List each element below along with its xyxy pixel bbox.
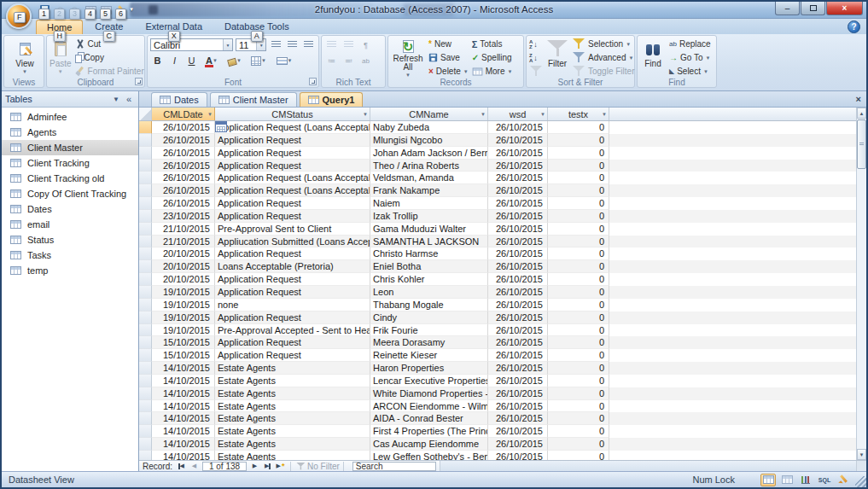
sidebar-item-tasks[interactable]: Tasks (2, 247, 138, 263)
table-cell[interactable]: Lencar Executive Properties - Le (370, 375, 488, 387)
table-cell[interactable]: 26/10/2015 (488, 260, 548, 273)
table-cell[interactable]: Frank Nakampe (370, 184, 488, 197)
increase-indent-button[interactable] (341, 38, 356, 51)
table-cell[interactable]: 20/10/2015 (152, 273, 215, 286)
table-cell[interactable]: Gama Mduduzi Walter (370, 223, 488, 236)
paste-button[interactable]: Paste ▼ (50, 38, 72, 78)
chevron-down-icon[interactable]: ▼ (207, 112, 213, 117)
pivottable-view-button[interactable] (779, 474, 795, 486)
close-tab-icon[interactable]: × (856, 94, 861, 104)
row-selector[interactable] (139, 273, 152, 286)
table-cell[interactable]: 26/10/2015 (488, 160, 548, 172)
table-cell[interactable]: 14/10/2015 (152, 362, 215, 375)
table-cell[interactable]: 14/10/2015 (152, 438, 215, 451)
document-tab-client-master[interactable]: Client Master (210, 92, 297, 107)
date-picker-icon[interactable] (215, 121, 227, 132)
next-record-button[interactable]: ▶ (248, 462, 261, 471)
table-cell[interactable]: Application Request (215, 311, 370, 324)
table-cell[interactable]: 0 (548, 387, 609, 400)
table-cell[interactable]: 26/10/2015 (152, 121, 215, 134)
search-input[interactable] (352, 462, 436, 471)
table-cell[interactable]: 15/10/2015 (152, 349, 215, 362)
table-cell[interactable]: 20/10/2015 (152, 247, 215, 260)
table-cell[interactable]: 0 (548, 184, 609, 197)
row-selector[interactable] (139, 387, 152, 400)
table-cell[interactable]: 26/10/2015 (488, 147, 548, 160)
column-header-cmname[interactable]: CMName▼ (370, 108, 488, 120)
clipboard-dialog-launcher[interactable] (135, 78, 143, 85)
sidebar-item-temp[interactable]: temp (2, 263, 138, 278)
table-cell[interactable]: Estate Agents (215, 412, 370, 425)
table-cell[interactable]: Frik Fourie (370, 324, 488, 337)
font-name-combo[interactable]: Calibri ▼ (150, 38, 233, 51)
text-direction-button[interactable]: ¶ (358, 38, 373, 51)
table-cell[interactable]: 19/10/2015 (152, 311, 215, 324)
table-cell[interactable]: 0 (548, 273, 609, 286)
format-painter-button[interactable]: Format Painter (75, 65, 144, 78)
table-cell[interactable]: 0 (548, 400, 609, 413)
table-cell[interactable]: 26/10/2015 (488, 387, 548, 400)
table-cell[interactable]: First 4 Properties (The Principal) (370, 425, 488, 438)
table-cell[interactable]: 26/10/2015 (488, 184, 548, 197)
table-cell[interactable]: 0 (548, 134, 609, 147)
tab-create[interactable]: CreateC (84, 20, 133, 34)
table-cell[interactable]: Mlungisi Ngcobo (370, 134, 488, 147)
table-cell[interactable]: Reinette Kieser (370, 349, 488, 362)
table-cell[interactable]: Loans Acceptable (Pretoria) (215, 260, 370, 273)
document-tab-dates[interactable]: Dates (151, 92, 207, 107)
row-selector[interactable] (139, 451, 152, 460)
table-cell[interactable]: 26/10/2015 (488, 197, 548, 210)
chevron-down-icon[interactable]: ▼ (363, 112, 368, 117)
first-record-button[interactable]: ◀ (175, 462, 188, 471)
table-cell[interactable]: Application Request (215, 134, 370, 147)
table-cell[interactable]: 26/10/2015 (488, 412, 548, 425)
previous-record-button[interactable]: ◀ (188, 462, 201, 471)
underline-button[interactable]: U (184, 55, 199, 67)
table-cell[interactable]: 26/10/2015 (488, 400, 548, 413)
row-selector[interactable] (139, 324, 152, 337)
table-cell[interactable]: Cindy (370, 311, 488, 324)
qat-table-button[interactable]: 4 (84, 3, 97, 16)
row-selector[interactable] (139, 197, 152, 210)
document-tab-query1[interactable]: Query1 (300, 92, 364, 107)
row-selector[interactable] (139, 134, 152, 147)
scrollbar-thumb[interactable] (857, 119, 866, 169)
column-header-cmldate[interactable]: CMLDate▼ (152, 108, 215, 120)
table-cell[interactable]: 26/10/2015 (488, 247, 548, 260)
maximize-button[interactable] (801, 2, 825, 15)
table-cell[interactable]: Pre-Approval Accepted - Sent to Head (215, 324, 370, 337)
align-center-button[interactable] (286, 38, 300, 51)
spelling-button[interactable]: ✓Spelling (472, 51, 513, 64)
row-selector[interactable] (139, 336, 152, 349)
help-button[interactable]: ? (848, 20, 860, 33)
table-cell[interactable]: 0 (548, 160, 609, 172)
table-cell[interactable]: 0 (548, 260, 609, 273)
table-cell[interactable]: 26/10/2015 (488, 172, 548, 184)
table-cell[interactable]: Estate Agents (215, 425, 370, 438)
table-cell[interactable]: Application Request (215, 197, 370, 210)
table-cell[interactable]: 0 (548, 210, 609, 223)
table-cell[interactable]: 0 (548, 425, 609, 438)
table-cell[interactable]: 0 (548, 362, 609, 375)
column-header-testx[interactable]: testx▼ (548, 108, 609, 120)
tab-database-tools[interactable]: Database ToolsA (214, 20, 300, 34)
save-record-button[interactable]: Save (428, 51, 469, 64)
table-cell[interactable]: 0 (548, 324, 609, 337)
table-cell[interactable]: White Diamond Properties - Zer (370, 387, 488, 400)
table-cell[interactable]: 0 (548, 121, 609, 134)
table-cell[interactable]: Meera Dorasamy (370, 336, 488, 349)
italic-button[interactable]: I (167, 55, 182, 67)
table-cell[interactable]: 26/10/2015 (488, 121, 548, 134)
table-cell[interactable]: 26/10/2015 (152, 134, 215, 147)
table-cell[interactable]: Application Request (Loans Acceptabl (215, 121, 370, 134)
copy-button[interactable]: Copy (75, 51, 144, 64)
scroll-up-icon[interactable]: ▲ (857, 108, 866, 119)
chevron-down-icon[interactable]: ▼ (540, 112, 545, 117)
row-selector[interactable] (139, 223, 152, 236)
table-cell[interactable]: 26/10/2015 (152, 160, 215, 172)
table-cell[interactable]: 0 (548, 197, 609, 210)
new-blank-record-button[interactable]: ▶* (274, 462, 287, 471)
align-left-button[interactable] (269, 38, 283, 51)
sidebar-item-client-tracking-old[interactable]: Client Tracking old (2, 171, 138, 186)
advanced-button[interactable]: Advanced▼ (572, 51, 634, 64)
